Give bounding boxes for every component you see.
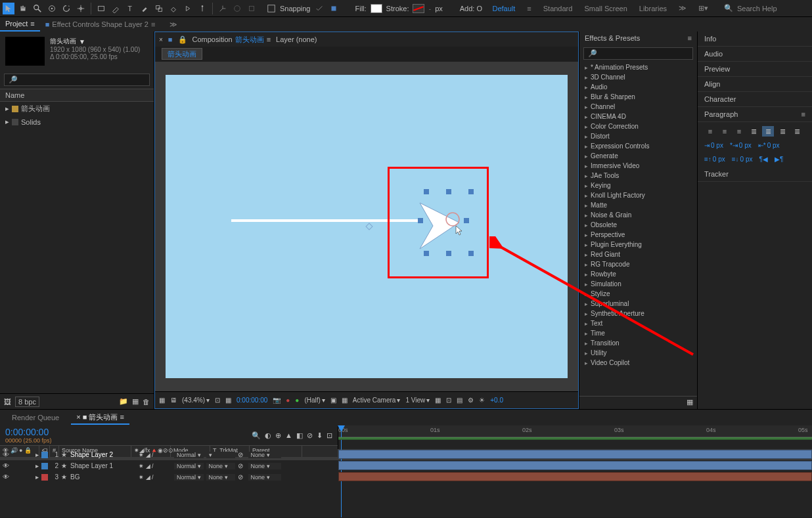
workspace-grid-icon[interactable]: ⊞▾ bbox=[698, 4, 708, 12]
magnify-icon[interactable]: ▦ bbox=[159, 397, 165, 404]
trkmat-dropdown[interactable]: ▾ bbox=[206, 452, 235, 458]
effect-category[interactable]: Synthetic Aperture bbox=[579, 309, 697, 318]
tl-tool7-icon[interactable]: ⊡ bbox=[327, 431, 332, 440]
indent-first-input[interactable]: *⇥ 0 px bbox=[730, 142, 752, 149]
fill-swatch[interactable] bbox=[371, 4, 382, 13]
effect-category[interactable]: Expression Controls bbox=[579, 141, 697, 151]
visibility-toggle[interactable]: 👁 bbox=[3, 473, 11, 481]
anchor-tool[interactable] bbox=[75, 3, 87, 14]
effect-category[interactable]: Noise & Grain bbox=[579, 210, 697, 220]
snap-option2-icon[interactable] bbox=[328, 3, 340, 14]
workspace-more-icon[interactable]: ≫ bbox=[679, 4, 687, 12]
layer-bar[interactable] bbox=[338, 450, 812, 459]
workspace-default[interactable]: Default bbox=[492, 5, 515, 12]
orbit-tool[interactable] bbox=[46, 3, 58, 14]
effect-category[interactable]: CINEMA 4D bbox=[579, 112, 697, 121]
view-dropdown[interactable]: 1 View ▾ bbox=[405, 397, 430, 404]
view-option1-icon[interactable]: ▦ bbox=[435, 397, 441, 404]
selection-tool[interactable] bbox=[3, 3, 14, 14]
view-axis-tool[interactable] bbox=[246, 3, 258, 14]
tl-tool3-icon[interactable]: ▲ bbox=[285, 431, 292, 440]
justify-last-right-button[interactable]: ≣ bbox=[777, 126, 788, 137]
layer-color[interactable] bbox=[41, 474, 48, 481]
tl-tool4-icon[interactable]: ◧ bbox=[296, 431, 303, 440]
effect-category[interactable]: Red Giant bbox=[579, 249, 697, 259]
interpret-icon[interactable]: 🖼 bbox=[4, 398, 11, 406]
effect-category[interactable]: Blur & Sharpen bbox=[579, 92, 697, 102]
effect-category[interactable]: Immersive Video bbox=[579, 161, 697, 171]
comp-tab-close-icon[interactable]: × bbox=[159, 36, 163, 43]
tracker-section[interactable]: Tracker bbox=[698, 167, 812, 182]
visibility-toggle[interactable]: 👁 bbox=[3, 451, 11, 458]
effect-category[interactable]: Utility bbox=[579, 348, 697, 358]
quality-dropdown[interactable]: (Half) ▾ bbox=[304, 397, 325, 404]
panel-section[interactable]: Align bbox=[698, 77, 812, 92]
workspace-libraries[interactable]: Libraries bbox=[639, 5, 667, 12]
indent-right-input[interactable]: ⇤* 0 px bbox=[758, 142, 780, 149]
effect-category[interactable]: Stylize bbox=[579, 289, 697, 299]
effects-menu-icon[interactable]: ≡ bbox=[688, 34, 692, 42]
parent-dropdown[interactable]: None ▾ bbox=[248, 452, 281, 458]
display-icon[interactable]: 🖥 bbox=[170, 397, 177, 404]
tab-effect-controls[interactable]: ■ Effect Controls Shape Layer 2 ≡ bbox=[40, 17, 161, 32]
effect-category[interactable]: Keying bbox=[579, 181, 697, 190]
panel-section[interactable]: Preview bbox=[698, 62, 812, 77]
tl-tool1-icon[interactable]: ◐ bbox=[265, 431, 271, 440]
effects-search-input[interactable]: 🔎 bbox=[583, 47, 693, 60]
panel-section[interactable]: Audio bbox=[698, 47, 812, 62]
justify-last-left-button[interactable]: ≣ bbox=[748, 126, 759, 137]
new-folder-icon[interactable]: 📁 bbox=[119, 397, 128, 406]
effect-category[interactable]: JAe Tools bbox=[579, 171, 697, 181]
timecode-display[interactable]: 0:00:00:00 bbox=[237, 397, 267, 404]
panel-section[interactable]: Info bbox=[698, 32, 812, 47]
resolution-icon[interactable]: ⊡ bbox=[215, 397, 220, 404]
add-label[interactable]: Add: O bbox=[460, 5, 482, 12]
paragraph-title[interactable]: Paragraph bbox=[704, 110, 738, 118]
comp-breadcrumb[interactable]: 箭头动画 bbox=[155, 47, 578, 62]
tab-render-queue[interactable]: Render Queue bbox=[7, 412, 64, 423]
exposure-icon[interactable]: ☀ bbox=[479, 397, 485, 404]
zoom-tool[interactable] bbox=[32, 3, 43, 14]
selection-handle[interactable] bbox=[418, 218, 423, 223]
align-left-button[interactable]: ≡ bbox=[704, 126, 716, 137]
project-col-name[interactable]: Name bbox=[0, 89, 154, 102]
mode-dropdown[interactable]: Normal ▾ bbox=[174, 474, 204, 481]
local-axis-tool[interactable] bbox=[217, 3, 229, 14]
selection-handle[interactable] bbox=[468, 189, 474, 194]
effect-category[interactable]: Color Correction bbox=[579, 121, 697, 131]
timeline-ruler[interactable]: 00s01s02s03s04s05s bbox=[338, 425, 812, 437]
workspace-standard[interactable]: Standard bbox=[543, 5, 573, 12]
layer-color[interactable] bbox=[41, 452, 48, 458]
tl-tool2-icon[interactable]: ⊕ bbox=[275, 431, 281, 440]
trkmat-dropdown[interactable]: None ▾ bbox=[206, 463, 235, 469]
effect-category[interactable]: Rowbyte bbox=[579, 269, 697, 279]
bpc-button[interactable]: 8 bpc bbox=[15, 397, 39, 407]
selection-handle[interactable] bbox=[468, 251, 474, 256]
timeline-layer[interactable]: 👁 ▸ 3 ★ BG ✷ ◢ / Normal ▾ None ▾ ⊘ None … bbox=[0, 471, 812, 483]
timecode-input[interactable]: 0:00:00:00 bbox=[5, 427, 52, 437]
parent-dropdown[interactable]: None ▾ bbox=[248, 463, 281, 469]
effect-category[interactable]: Obsolete bbox=[579, 220, 697, 230]
view-option2-icon[interactable]: ⊡ bbox=[446, 397, 451, 404]
selection-handle[interactable] bbox=[424, 251, 429, 256]
effect-category[interactable]: Time bbox=[579, 328, 697, 338]
world-axis-tool[interactable] bbox=[231, 3, 243, 14]
stroke-width[interactable]: - bbox=[428, 5, 431, 12]
parent-dropdown[interactable]: None ▾ bbox=[248, 474, 281, 481]
visibility-toggle[interactable]: 👁 bbox=[3, 462, 11, 469]
mode-dropdown[interactable]: Normal ▾ bbox=[174, 463, 204, 469]
direction-ltr-button[interactable]: ¶◀ bbox=[759, 156, 768, 163]
project-item[interactable]: ▸Solids bbox=[0, 116, 154, 128]
layer-bar[interactable] bbox=[338, 472, 812, 481]
region-icon[interactable]: ▣ bbox=[330, 397, 336, 404]
work-area-bar[interactable] bbox=[338, 437, 812, 440]
effect-category[interactable]: Simulation bbox=[579, 279, 697, 289]
effects-new-icon[interactable]: ▦ bbox=[687, 398, 693, 408]
view-option3-icon[interactable]: ▤ bbox=[457, 397, 462, 404]
justify-last-center-button[interactable]: ≣ bbox=[762, 126, 774, 137]
grid-icon[interactable]: ▦ bbox=[225, 397, 231, 404]
mode-dropdown[interactable]: Normal ▾ bbox=[174, 452, 204, 458]
effect-category[interactable]: Knoll Light Factory bbox=[579, 190, 697, 200]
workspace-menu-icon[interactable]: ≡ bbox=[527, 5, 531, 12]
space-before-input[interactable]: ≡↑ 0 px bbox=[704, 156, 725, 163]
